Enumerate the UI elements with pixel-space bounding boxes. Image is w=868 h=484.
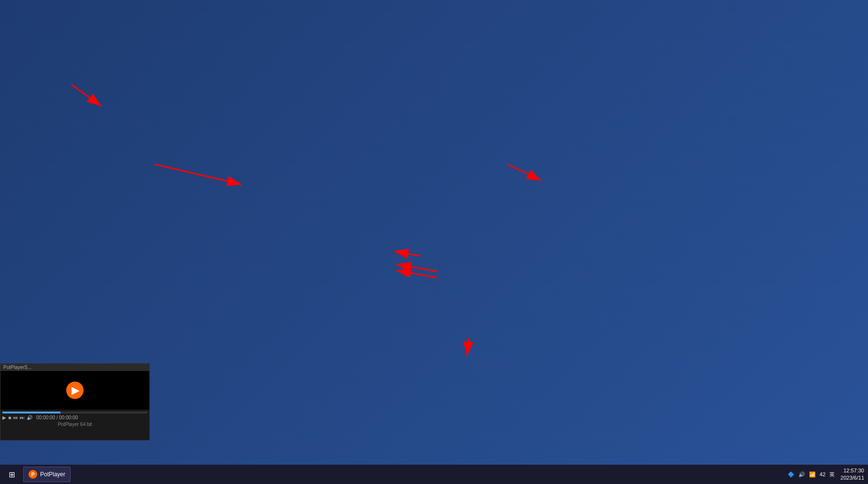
potplayer-logo: ▶ [66, 382, 84, 399]
potplayer-icon: P [29, 470, 37, 479]
taskbar-clock: 12:57:30 2023/6/11 [840, 467, 864, 482]
next-button[interactable]: ⏭ [20, 415, 25, 420]
control-buttons: ▶ ■ ⏮ ⏭ 🔊 00:00:00 / 00:00:00 [2, 415, 147, 420]
progress-bar[interactable] [2, 412, 147, 413]
clock-time: 12:57:30 [840, 467, 864, 474]
potplayer-mini-title-text: PotPlayerS... [3, 365, 31, 370]
play-button[interactable]: ▶ [2, 415, 6, 420]
taskbar-icons: 🔷 🔊 📶 42 英 [788, 471, 835, 478]
prev-button[interactable]: ⏮ [13, 415, 18, 420]
taskbar: ⊞ P PotPlayer 🔷 🔊 📶 42 英 12:57:30 2023/6… [0, 465, 868, 484]
desktop: PotPlayerS... ▶ ▶ ■ ⏮ ⏭ 🔊 00:00:00 / 00:… [0, 0, 868, 465]
potplayer-mini-title: PotPlayerS... [0, 364, 149, 371]
tray-icon2: 📶 [809, 471, 816, 478]
time-display: 00:00:00 / 00:00:00 [36, 415, 78, 420]
potplayer-mini-video: ▶ [0, 371, 149, 410]
start-button[interactable]: ⊞ [4, 467, 19, 482]
bluetooth-icon: 🔷 [788, 471, 795, 478]
potplayer-mini: PotPlayerS... ▶ ▶ ■ ⏮ ⏭ 🔊 00:00:00 / 00:… [0, 363, 150, 441]
tray-count: 42 [820, 471, 825, 477]
potplayer-mini-controls: ▶ ■ ⏮ ⏭ 🔊 00:00:00 / 00:00:00 PotPlayer … [0, 410, 149, 429]
stop-button[interactable]: ■ [8, 415, 11, 420]
tray-icon1: 🔊 [798, 471, 805, 478]
progress-fill [2, 412, 60, 413]
volume-button[interactable]: 🔊 [27, 415, 32, 420]
taskbar-potplayer[interactable]: P PotPlayer [23, 467, 71, 482]
tray-lang: 英 [829, 471, 835, 478]
potplayer-subtitle: PotPlayer 64 bit [2, 422, 147, 427]
clock-date: 2023/6/11 [840, 474, 864, 482]
taskbar-right: 🔷 🔊 📶 42 英 12:57:30 2023/6/11 [788, 467, 864, 482]
taskbar-app-name: PotPlayer [40, 471, 65, 478]
